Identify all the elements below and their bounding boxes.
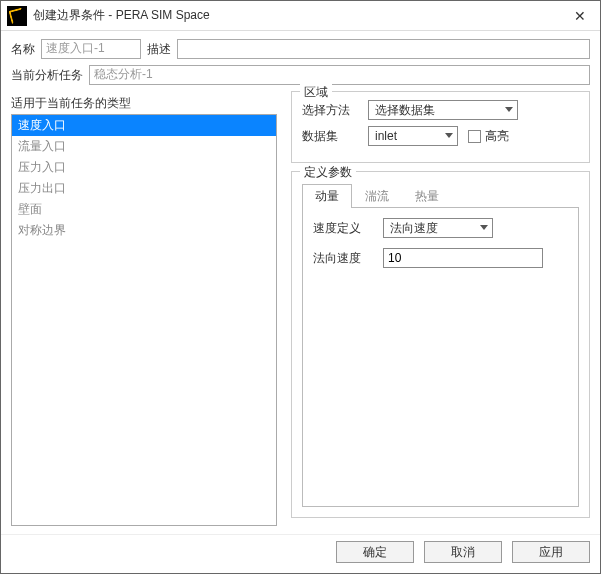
tab[interactable]: 热量 (402, 184, 452, 208)
desc-input[interactable] (177, 39, 590, 59)
highlight-checkbox[interactable]: 高亮 (468, 128, 509, 145)
name-input[interactable]: 速度入口-1 (41, 39, 141, 59)
cancel-button[interactable]: 取消 (424, 541, 502, 563)
list-item[interactable]: 流量入口 (12, 136, 276, 157)
types-title: 适用于当前任务的类型 (11, 95, 277, 112)
region-title: 区域 (300, 84, 332, 101)
chevron-down-icon (445, 133, 453, 138)
params-title: 定义参数 (300, 164, 356, 181)
normal-vel-input[interactable] (383, 248, 543, 268)
params-fieldset: 定义参数 动量湍流热量 速度定义 法向速度 法向速度 (291, 171, 590, 518)
dataset-label: 数据集 (302, 128, 358, 145)
tab-momentum-body: 速度定义 法向速度 法向速度 (302, 208, 579, 507)
chevron-down-icon (505, 107, 513, 112)
window-title: 创建边界条件 - PERA SIM Space (33, 7, 560, 24)
task-label: 当前分析任务 (11, 67, 83, 84)
dialog-window: 创建边界条件 - PERA SIM Space ✕ 名称 速度入口-1 描述 当… (0, 0, 601, 574)
checkbox-icon (468, 130, 481, 143)
dataset-combo[interactable]: inlet (368, 126, 458, 146)
row-name-desc: 名称 速度入口-1 描述 (11, 39, 590, 59)
dialog-body: 名称 速度入口-1 描述 当前分析任务 稳态分析-1 适用于当前任务的类型 速度… (1, 31, 600, 534)
list-item[interactable]: 压力入口 (12, 157, 276, 178)
highlight-label: 高亮 (485, 128, 509, 145)
close-icon[interactable]: ✕ (560, 1, 600, 31)
task-input[interactable]: 稳态分析-1 (89, 65, 590, 85)
region-fieldset: 区域 选择方法 选择数据集 数据集 inlet (291, 91, 590, 163)
list-item[interactable]: 速度入口 (12, 115, 276, 136)
tab[interactable]: 湍流 (352, 184, 402, 208)
tabstrip: 动量湍流热量 (302, 184, 579, 208)
apply-button[interactable]: 应用 (512, 541, 590, 563)
vel-def-combo[interactable]: 法向速度 (383, 218, 493, 238)
method-combo[interactable]: 选择数据集 (368, 100, 518, 120)
left-column: 适用于当前任务的类型 速度入口流量入口压力入口压力出口壁面对称边界 (11, 91, 277, 526)
columns: 适用于当前任务的类型 速度入口流量入口压力入口压力出口壁面对称边界 区域 选择方… (11, 91, 590, 526)
list-item[interactable]: 壁面 (12, 199, 276, 220)
method-label: 选择方法 (302, 102, 358, 119)
right-column: 区域 选择方法 选择数据集 数据集 inlet (291, 91, 590, 526)
tab[interactable]: 动量 (302, 184, 352, 208)
chevron-down-icon (480, 225, 488, 230)
types-listbox[interactable]: 速度入口流量入口压力入口压力出口壁面对称边界 (11, 114, 277, 526)
row-vel-def: 速度定义 法向速度 (313, 218, 568, 238)
desc-label: 描述 (147, 41, 171, 58)
row-task: 当前分析任务 稳态分析-1 (11, 65, 590, 85)
normal-vel-label: 法向速度 (313, 250, 373, 267)
row-normal-vel: 法向速度 (313, 248, 568, 268)
ok-button[interactable]: 确定 (336, 541, 414, 563)
app-icon (7, 6, 27, 26)
footer: 确定 取消 应用 (1, 534, 600, 573)
list-item[interactable]: 压力出口 (12, 178, 276, 199)
vel-def-label: 速度定义 (313, 220, 373, 237)
name-label: 名称 (11, 41, 35, 58)
titlebar: 创建边界条件 - PERA SIM Space ✕ (1, 1, 600, 31)
row-dataset: 数据集 inlet 高亮 (302, 126, 579, 146)
row-method: 选择方法 选择数据集 (302, 100, 579, 120)
list-item[interactable]: 对称边界 (12, 220, 276, 241)
